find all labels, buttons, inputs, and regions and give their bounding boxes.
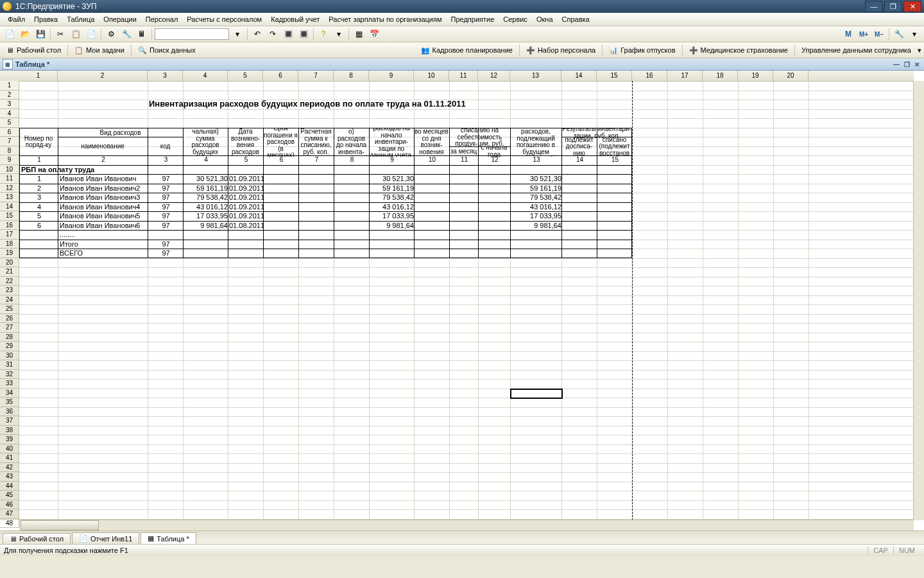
calendar-icon[interactable]: 📅 [367, 27, 381, 41]
corner-cell[interactable] [0, 71, 20, 82]
cell[interactable]: Иванов Иван Иванович6 [58, 221, 150, 231]
cell[interactable]: 4 [19, 202, 59, 212]
cell[interactable]: 13 [510, 155, 563, 165]
bottom-tab-desktop[interactable]: 🖥Рабочий стол [3, 533, 71, 544]
cell[interactable]: 11 [449, 155, 479, 165]
cell[interactable]: 01.09.2011 [228, 211, 264, 221]
maximize-button[interactable]: ❐ [884, 1, 902, 12]
cell[interactable]: 6 [19, 221, 59, 231]
doc-minimize-button[interactable]: — [892, 60, 901, 69]
cell[interactable]: 97 [148, 211, 184, 221]
horizontal-scrollbar[interactable] [19, 520, 914, 530]
cell[interactable]: 9 981,64 [510, 221, 563, 231]
cell[interactable]: ........ [58, 230, 150, 240]
cell[interactable]: 4 [183, 155, 229, 165]
cell[interactable]: 1 [19, 155, 59, 165]
menu-personnel[interactable]: Персонал [142, 14, 182, 24]
cell[interactable]: 43 016,12 [369, 202, 415, 212]
cell[interactable]: Иванов Иван Иванович3 [58, 193, 150, 202]
cell[interactable]: 01.09.2011 [228, 193, 264, 202]
cell[interactable]: 9 981,64 [369, 221, 415, 231]
tasks-link[interactable]: 📋Мои задачи [72, 44, 127, 56]
menu-pay-org[interactable]: Расчет зарплаты по организациям [325, 14, 445, 24]
cell[interactable]: 97 [148, 193, 184, 202]
cell[interactable]: Иванов Иван Иванович5 [58, 211, 150, 221]
hr-planning-link[interactable]: 👥Кадровое планирование [418, 44, 515, 56]
insurance-link[interactable]: ➕Медицинское страхование [687, 44, 791, 56]
dropdown3-icon[interactable]: ▾ [907, 27, 921, 41]
cell[interactable]: 30 521,30 [510, 174, 563, 184]
cell[interactable]: 17 033,95 [510, 211, 563, 221]
help-icon[interactable]: ? [316, 27, 330, 41]
m-plus-icon[interactable]: M+ [857, 27, 871, 41]
cell[interactable]: 6 [263, 155, 300, 165]
cell[interactable]: Иванов Иван Иванович4 [58, 202, 150, 212]
cell[interactable]: 30 521,30 [183, 174, 229, 184]
cell[interactable]: 9 [369, 155, 415, 165]
cell[interactable]: Иванов Иван Иванович2 [58, 184, 150, 193]
cell[interactable]: 5 [228, 155, 264, 165]
menu-enterprise[interactable]: Предприятие [447, 14, 499, 24]
cell[interactable]: 10 [414, 155, 450, 165]
menu-service[interactable]: Сервис [499, 14, 531, 24]
cell[interactable]: 59 161,19 [510, 184, 563, 193]
menu-payroll-calc[interactable]: Расчеты с персоналом [183, 14, 266, 24]
vacation-link[interactable]: 📊График отпусков [606, 44, 678, 56]
cell[interactable]: 30 521,30 [369, 174, 415, 184]
recruit-link[interactable]: ➕Набор персонала [524, 44, 598, 56]
cell[interactable]: 12 [478, 155, 511, 165]
cell[interactable]: 3 [148, 155, 184, 165]
cell[interactable]: РБП на оплату труда [19, 165, 634, 175]
vertical-scrollbar[interactable] [913, 81, 924, 520]
menu-windows[interactable]: Окна [533, 14, 557, 24]
cell[interactable]: 79 538,42 [510, 193, 563, 202]
search-input[interactable] [155, 28, 229, 40]
cell[interactable]: 3 [19, 193, 59, 202]
menu-ops[interactable]: Операции [99, 14, 140, 24]
dropdown2-icon[interactable]: ▾ [332, 27, 346, 41]
cell[interactable]: 97 [148, 174, 184, 184]
cell[interactable]: 1 [19, 174, 59, 184]
grid-area[interactable]: Инвентаризация расходов будущих периодов… [19, 81, 914, 520]
search-link[interactable]: 🔍Поиск данных [135, 44, 198, 56]
menu-table[interactable]: Таблица [63, 14, 98, 24]
open-icon[interactable]: 📂 [18, 27, 32, 41]
cell[interactable]: 01.08.2011 [228, 221, 264, 231]
doc-restore-button[interactable]: ❐ [902, 60, 911, 69]
tool-icon[interactable]: 🔧 [892, 27, 906, 41]
cell[interactable]: 97 [148, 249, 184, 258]
minimize-button[interactable]: — [865, 1, 883, 12]
cell[interactable]: 2 [58, 155, 149, 165]
cell[interactable]: 97 [148, 202, 184, 212]
doc-close-button[interactable]: ✕ [912, 60, 921, 69]
cell[interactable]: 97 [148, 240, 184, 249]
action2-icon[interactable]: 🔳 [296, 27, 311, 41]
redo-icon[interactable]: ↷ [266, 27, 280, 41]
bottom-tab-report[interactable]: 📄Отчет Инв11 [72, 532, 139, 544]
cell[interactable]: 79 538,42 [369, 193, 415, 202]
m-icon[interactable]: M [841, 27, 855, 41]
dropdown-icon[interactable]: ▾ [230, 27, 244, 41]
cell[interactable]: 7 [298, 155, 335, 165]
cell[interactable]: 97 [148, 184, 184, 193]
cell[interactable]: 97 [148, 221, 184, 231]
menu-edit[interactable]: Правка [30, 14, 62, 24]
cell[interactable]: Инвентаризация расходов будущих периодов… [148, 100, 563, 109]
cell[interactable]: 5 [19, 211, 59, 221]
cell[interactable]: 01.09.2011 [228, 184, 264, 193]
undo-icon[interactable]: ↶ [250, 27, 264, 41]
menu-file[interactable]: Файл [4, 14, 29, 24]
employee-data-link[interactable]: Управление данными сотрудника [799, 45, 914, 55]
wizard-icon[interactable]: 🔧 [119, 27, 133, 41]
cell[interactable]: ВСЕГО [58, 249, 150, 258]
m-minus-icon[interactable]: M− [872, 27, 886, 41]
cell[interactable]: Иванов Иван Иванович [58, 174, 150, 184]
bottom-tab-table[interactable]: ▦Таблица * [141, 532, 196, 544]
cut-icon[interactable]: ✂ [53, 27, 67, 41]
save-icon[interactable]: 💾 [33, 27, 47, 41]
spreadsheet[interactable]: 1234567891011121314151617181920 12345678… [0, 71, 924, 530]
cell[interactable]: Итого [58, 240, 150, 249]
action1-icon[interactable]: 🔳 [281, 27, 295, 41]
close-button[interactable]: ✕ [903, 1, 921, 12]
cell[interactable]: 17 033,95 [183, 211, 229, 221]
